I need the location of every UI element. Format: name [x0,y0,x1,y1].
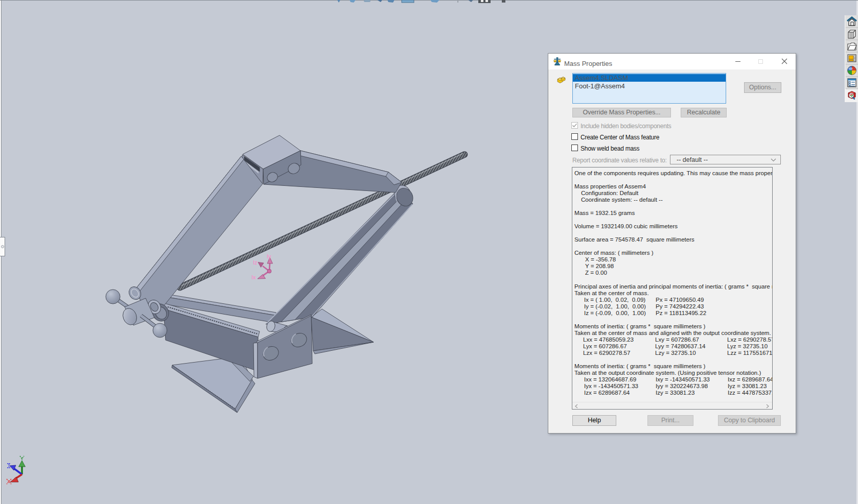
svg-text:Iz: Iz [253,259,258,266]
svg-text:Iy: Iy [267,253,271,259]
svg-text:Ix: Ix [251,274,256,280]
